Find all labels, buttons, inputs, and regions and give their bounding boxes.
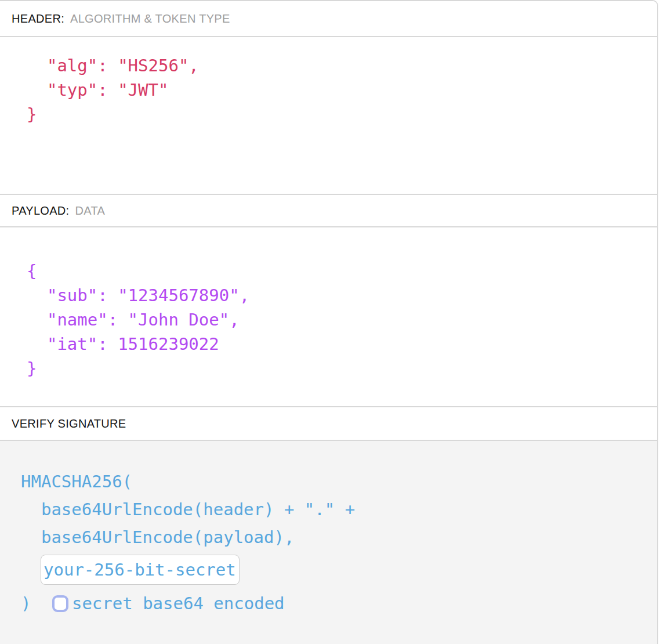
payload-code-line: "name": "John Doe", — [27, 307, 657, 332]
header-code-line: } — [27, 102, 657, 126]
payload-code-line: "sub": "1234567890", — [27, 283, 657, 307]
payload-sublabel: DATA — [75, 204, 105, 218]
header-sublabel: ALGORITHM & TOKEN TYPE — [70, 12, 230, 26]
jwt-decoded-panel: HEADER: ALGORITHM & TOKEN TYPE "alg": "H… — [0, 0, 658, 644]
payload-label: PAYLOAD: — [12, 204, 69, 218]
verify-signature-label: VERIFY SIGNATURE — [12, 417, 126, 430]
closing-paren: ) — [21, 589, 41, 617]
payload-code-line: { — [27, 259, 657, 283]
payload-code-line: "iat": 1516239022 — [27, 332, 657, 356]
header-code-line: "alg": "HS256", — [27, 53, 657, 78]
signature-editor: HMACSHA256( base64UrlEncode(header) + ".… — [0, 441, 657, 644]
header-json-editor[interactable]: "alg": "HS256", "typ": "JWT" } — [0, 37, 657, 195]
header-label: HEADER: — [12, 12, 64, 26]
signature-code-line: HMACSHA256( — [21, 468, 657, 495]
header-section-bar: HEADER: ALGORITHM & TOKEN TYPE — [0, 1, 657, 37]
payload-code-line: } — [27, 356, 657, 381]
signature-code-line: base64UrlEncode(header) + "." + — [21, 495, 657, 523]
secret-options-row: ) secret base64 encoded — [21, 591, 657, 616]
header-code-line: "typ": "JWT" — [27, 78, 657, 102]
signature-code-line: base64UrlEncode(payload), — [21, 523, 657, 551]
verify-signature-section-bar: VERIFY SIGNATURE — [0, 407, 657, 441]
payload-json-editor[interactable]: { "sub": "1234567890", "name": "John Doe… — [0, 227, 657, 407]
secret-base64-checkbox[interactable] — [52, 595, 68, 612]
secret-input[interactable] — [41, 555, 240, 585]
secret-base64-checkbox-label[interactable]: secret base64 encoded — [72, 589, 285, 617]
payload-section-bar: PAYLOAD: DATA — [0, 195, 657, 227]
